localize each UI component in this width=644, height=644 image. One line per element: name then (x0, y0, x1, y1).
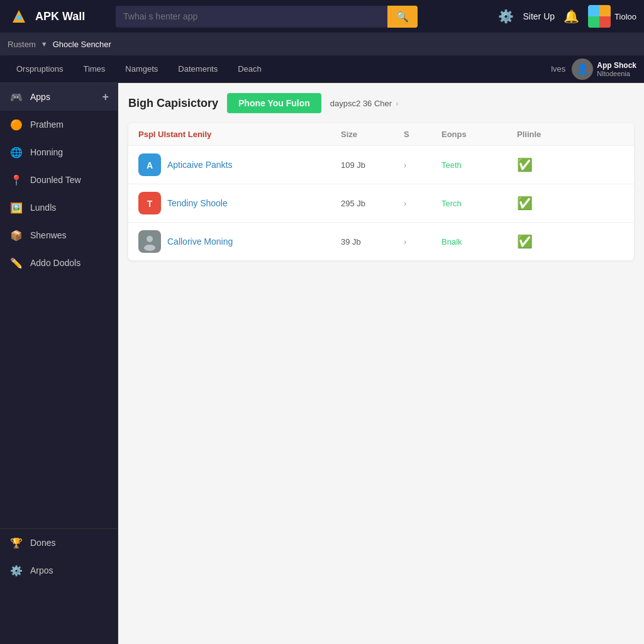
nav-user-avatar: 👤 (572, 58, 593, 80)
cell-status-1: Teeth (441, 160, 517, 170)
table-container: Pspl Ulstant Lenily Size S Eonps Pliinle… (128, 123, 634, 260)
topbar-right: ⚙️ Siter Up 🔔 Tioloo (498, 5, 636, 28)
honning-icon: 🌐 (9, 145, 24, 160)
topbar: APK Wall 🔍 ⚙️ Siter Up 🔔 Tioloo (0, 0, 644, 33)
sidebar-item-honning-label: Honning (30, 147, 63, 157)
cell-check-icon-1: ✅ (517, 157, 592, 172)
arpos-icon: ⚙️ (9, 563, 24, 578)
nav-item-datements[interactable]: Datements (169, 60, 226, 77)
selector-value[interactable]: Ghocle Sencher (53, 40, 111, 49)
sidebar-item-apps[interactable]: 🎮 Apps + (0, 83, 118, 111)
cell-size-1: 109 Jb (341, 160, 404, 170)
action-button[interactable]: Phone You Fulon (227, 93, 321, 113)
svg-point-12 (147, 236, 153, 242)
sidebar-item-lundls[interactable]: 🖼️ Lundls (0, 194, 118, 221)
nav-user-title: App Shock (597, 61, 636, 70)
sidebar-item-prathem[interactable]: 🟠 Prathem (0, 111, 118, 138)
svg-point-13 (144, 245, 155, 251)
user-name-label: Tioloo (614, 12, 636, 21)
cell-arrow-2[interactable]: › (404, 199, 441, 208)
breadcrumb-text: daypsc2 36 Cher (330, 99, 392, 108)
app-icon-2: T (138, 192, 161, 214)
user-avatar-area[interactable]: Tioloo (588, 5, 636, 28)
sidebar-item-dounled-label: Dounled Tew (30, 175, 81, 185)
sidebar-item-dones[interactable]: 🏆 Dones (0, 529, 118, 557)
user-avatar-icon (588, 5, 611, 28)
sidebar-bottom: 🏆 Dones ⚙️ Arpos (0, 528, 118, 584)
cell-arrow-1[interactable]: › (404, 160, 441, 170)
cell-size-3: 39 Jb (341, 237, 404, 247)
nav-user-sub: Nltodeenia (597, 70, 636, 77)
app-icon-1: A (138, 153, 161, 176)
search-bar: 🔍 (116, 6, 418, 28)
table-header-extra (592, 130, 624, 139)
app-name-cell-1: A Apticaive Pankts (138, 153, 341, 176)
nav-item-orspruptions[interactable]: Orspruptions (8, 60, 72, 77)
svg-rect-5 (588, 16, 599, 28)
cell-check-icon-2: ✅ (517, 196, 592, 211)
cell-status-3: Bnalk (441, 237, 517, 247)
sidebar-item-shenwes-label: Shenwes (30, 230, 67, 240)
app-name-2[interactable]: Tendiny Shoole (167, 198, 228, 208)
sidebar-item-dounled[interactable]: 📍 Dounled Tew (0, 166, 118, 194)
table-header-name: Pspl Ulstant Lenily (138, 130, 341, 139)
svg-text:T: T (147, 199, 153, 209)
sidebar-item-prathem-label: Prathem (30, 119, 64, 130)
selector-bar: Rustem ▼ Ghocle Sencher (0, 33, 644, 55)
page-title: Bigh Capisictory (128, 97, 218, 110)
svg-rect-4 (599, 5, 611, 16)
notification-icon[interactable]: 🔔 (564, 9, 579, 24)
table-header-pliinle: Pliinle (517, 130, 592, 139)
sidebar-item-addo-label: Addo Dodols (30, 258, 80, 268)
sidebar-item-arpos-label: Arpos (30, 565, 53, 575)
sidebar-item-apps-label: Apps (30, 92, 50, 102)
app-name-cell-3: Callorive Moning (138, 230, 341, 253)
prathem-icon: 🟠 (9, 117, 24, 132)
sidebar: 🎮 Apps + 🟠 Prathem 🌐 Honning 📍 Dounled T… (0, 83, 118, 644)
content-area: Bigh Capisictory Phone You Fulon daypsc2… (118, 83, 644, 644)
nav-item-namgets[interactable]: Namgets (116, 60, 167, 77)
nav-lives-label[interactable]: lves (551, 64, 565, 74)
app-name-cell-2: T Tendiny Shoole (138, 192, 341, 214)
cell-arrow-3[interactable]: › (404, 237, 441, 247)
svg-rect-3 (588, 5, 599, 16)
cell-check-icon-3: ✅ (517, 234, 592, 249)
sidebar-item-lundls-label: Lundls (30, 203, 56, 213)
cell-size-2: 295 Jb (341, 199, 404, 208)
svg-rect-6 (599, 16, 611, 28)
secondary-nav: Orspruptions Times Namgets Datements Dea… (0, 55, 644, 83)
dounled-icon: 📍 (9, 172, 24, 187)
selector-arrow-icon: ▼ (41, 40, 48, 48)
selector-label: Rustem (8, 40, 36, 49)
sidebar-item-addo[interactable]: ✏️ Addo Dodols (0, 249, 118, 277)
nav-item-deach[interactable]: Deach (229, 60, 270, 77)
search-input[interactable] (116, 6, 387, 26)
sidebar-item-arpos[interactable]: ⚙️ Arpos (0, 557, 118, 584)
nav-right: lves 👤 App Shock Nltodeenia (551, 58, 636, 80)
app-icon-3 (138, 230, 161, 253)
logo-area: APK Wall (8, 5, 108, 28)
shenwes-icon: 📦 (9, 228, 24, 243)
sidebar-item-honning[interactable]: 🌐 Honning (0, 138, 118, 166)
app-name-1[interactable]: Apticaive Pankts (167, 160, 233, 170)
table-row: A Apticaive Pankts 109 Jb › Teeth ✅ (128, 146, 634, 184)
table-row: T Tendiny Shoole 295 Jb › Terch ✅ (128, 184, 634, 223)
nav-user-info: App Shock Nltodeenia (597, 61, 636, 77)
nav-user-card[interactable]: 👤 App Shock Nltodeenia (572, 58, 636, 80)
nav-item-times[interactable]: Times (74, 60, 114, 77)
sidebar-add-button[interactable]: + (102, 91, 109, 104)
dones-icon: 🏆 (9, 535, 24, 550)
cell-status-2: Terch (441, 199, 517, 208)
app-name-3[interactable]: Callorive Moning (167, 236, 233, 247)
settings-icon[interactable]: ⚙️ (498, 9, 514, 24)
search-button[interactable]: 🔍 (387, 6, 418, 28)
lundls-icon: 🖼️ (9, 200, 24, 215)
table-header-eonps: Eonps (441, 130, 517, 139)
table-header: Pspl Ulstant Lenily Size S Eonps Pliinle (128, 123, 634, 146)
breadcrumb-separator: › (396, 99, 398, 108)
signup-button[interactable]: Siter Up (523, 11, 555, 21)
table-header-s: S (404, 130, 441, 139)
main-layout: 🎮 Apps + 🟠 Prathem 🌐 Honning 📍 Dounled T… (0, 83, 644, 644)
apps-icon: 🎮 (9, 89, 24, 104)
sidebar-item-shenwes[interactable]: 📦 Shenwes (0, 221, 118, 249)
